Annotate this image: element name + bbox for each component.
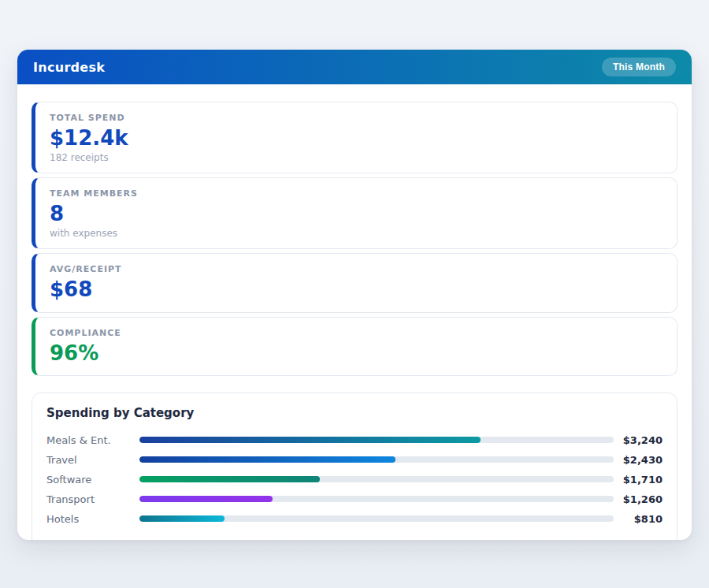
stat-label: TOTAL SPEND	[50, 113, 663, 123]
stat-value: 96%	[50, 341, 663, 366]
chart-title: Spending by Category	[46, 406, 663, 420]
category-value: $810	[614, 513, 663, 525]
stat-card-avg-receipt: AVG/RECEIPT $68	[32, 253, 677, 312]
category-label: Meals & Ent.	[46, 434, 139, 446]
category-value: $2,430	[614, 454, 663, 466]
bar-track	[139, 437, 614, 443]
stat-label: TEAM MEMBERS	[50, 188, 663, 199]
period-badge[interactable]: This Month	[602, 58, 676, 76]
bar-fill-software	[139, 476, 320, 482]
bar-fill-meals	[139, 437, 481, 443]
app-title: Incurdesk	[33, 60, 105, 75]
category-value: $3,240	[614, 434, 663, 446]
category-label: Hotels	[46, 513, 139, 525]
app-main: TOTAL SPEND $12.4k 182 receipts TEAM MEM…	[17, 84, 692, 540]
bar-fill-travel	[139, 456, 395, 463]
category-value: $1,260	[614, 493, 663, 505]
chart-row-software: Software $1,710	[46, 470, 663, 489]
category-label: Software	[46, 474, 139, 486]
stat-subtext: 182 receipts	[50, 152, 663, 163]
chart-row-meals: Meals & Ent. $3,240	[46, 430, 663, 450]
chart-row-hotels: Hotels $810	[46, 509, 663, 529]
bar-fill-transport	[139, 496, 273, 502]
chart-row-travel: Travel $2,430	[46, 450, 663, 470]
category-value: $1,710	[614, 474, 663, 486]
chart-row-transport: Transport $1,260	[46, 489, 663, 509]
stat-card-total-spend: TOTAL SPEND $12.4k 182 receipts	[32, 102, 677, 173]
stat-value: 8	[50, 202, 663, 226]
stat-label: AVG/RECEIPT	[50, 264, 663, 274]
stat-value: $12.4k	[50, 126, 663, 151]
bar-track	[139, 496, 614, 502]
category-label: Transport	[46, 493, 139, 505]
spending-by-category-panel: Spending by Category Meals & Ent. $3,240…	[32, 393, 677, 540]
stat-subtext: with expenses	[50, 228, 663, 239]
app-header: Incurdesk This Month	[17, 50, 692, 84]
stat-card-compliance: COMPLIANCE 96%	[32, 317, 677, 376]
app-window: Incurdesk This Month TOTAL SPEND $12.4k …	[17, 50, 692, 540]
bar-track	[139, 476, 614, 482]
stat-card-team-members: TEAM MEMBERS 8 with expenses	[32, 177, 677, 249]
bar-track	[139, 515, 614, 522]
bar-fill-hotels	[139, 515, 225, 522]
stat-label: COMPLIANCE	[50, 328, 663, 338]
bar-track	[139, 456, 614, 463]
category-label: Travel	[46, 454, 139, 466]
stat-value: $68	[50, 277, 663, 302]
